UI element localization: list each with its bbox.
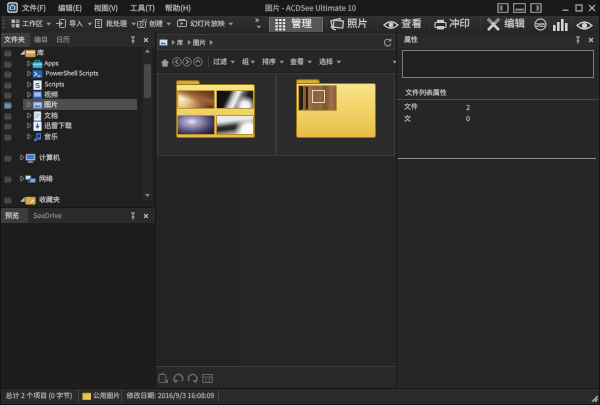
svg-text:365: 365 xyxy=(536,22,545,28)
svg-text:S: S xyxy=(35,82,40,89)
